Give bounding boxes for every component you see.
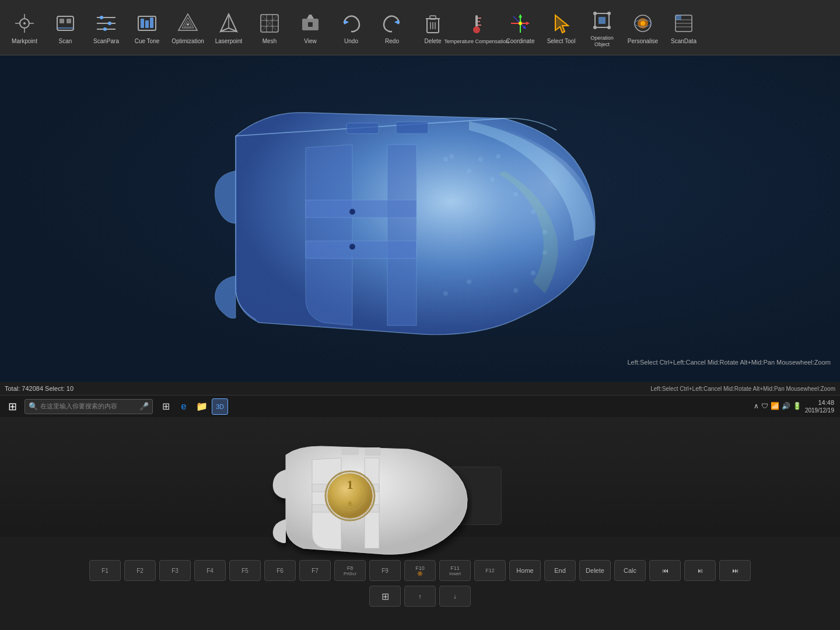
taskbar-task-view[interactable]: ⊞ (158, 398, 174, 415)
tool-personalise[interactable]: Personalise (623, 2, 663, 53)
key-up[interactable]: ↑ (404, 586, 436, 607)
scandata-icon (670, 10, 697, 37)
svg-point-63 (593, 26, 597, 29)
svg-point-67 (640, 21, 645, 26)
taskbar-icon-group: ⊞ e 📁 3D (158, 398, 228, 415)
tool-mesh[interactable]: Mesh (250, 2, 289, 53)
tool-scandata[interactable]: ScanData (664, 2, 704, 53)
svg-rect-74 (346, 123, 379, 134)
key-f11[interactable]: F11 Insert (439, 560, 471, 581)
key-prev-track[interactable]: ⏮ (649, 560, 681, 581)
key-f6[interactable]: F6 (264, 560, 296, 581)
tool-undo[interactable]: Undo (331, 2, 371, 53)
search-icon: 🔍 (29, 402, 38, 411)
tool-selecttool[interactable]: Select Tool (541, 2, 581, 53)
svg-point-90 (496, 154, 501, 159)
scan-object (189, 66, 609, 372)
key-play-pause[interactable]: ⏯ (684, 560, 716, 581)
svg-marker-35 (307, 15, 314, 19)
tool-redo[interactable]: Redo (372, 2, 412, 53)
svg-point-1 (23, 22, 26, 24)
key-home[interactable]: Home (509, 560, 541, 581)
key-f1[interactable]: F1 (89, 560, 121, 581)
tool-cuetone[interactable]: Cue Tone (127, 2, 167, 53)
tool-delete[interactable]: Delete (413, 2, 453, 53)
svg-point-77 (349, 244, 355, 250)
system-tray: ∧ 🛡 📶 🔊 🔋 (754, 402, 802, 410)
svg-marker-53 (526, 22, 530, 25)
taskbar-search[interactable]: 🔍 在这里输入你要搜索的内容 🎤 (24, 399, 153, 414)
svg-marker-37 (344, 20, 349, 24)
key-next-track[interactable]: ⏭ (719, 560, 751, 581)
date: 2019/12/19 (805, 407, 834, 414)
svg-point-62 (607, 12, 611, 15)
taskbar-app-active[interactable]: 3D (212, 398, 228, 415)
svg-point-15 (103, 27, 107, 31)
tool-coordinate[interactable]: Coordinate (501, 2, 540, 53)
tray-expand[interactable]: ∧ (754, 402, 759, 410)
status-left: Total: 742084 Select: 10 (5, 385, 74, 392)
3d-viewport[interactable]: Left:Select Ctrl+Left:Cancel Mid:Rotate … (0, 55, 840, 382)
tool-temp[interactable]: Temperature Compensation (454, 2, 499, 53)
tool-optimization[interactable]: Optimization (168, 2, 208, 53)
key-f3[interactable]: F3 (159, 560, 191, 581)
svg-point-76 (349, 209, 355, 215)
key-f4[interactable]: F4 (194, 560, 226, 581)
markpoint-icon (11, 10, 38, 37)
svg-text:1: 1 (347, 477, 354, 492)
tool-opobject[interactable]: OperationObject (582, 2, 622, 53)
svg-text:元: 元 (348, 501, 352, 506)
svg-rect-92 (341, 448, 359, 455)
time: 14:48 (805, 398, 834, 407)
tool-scan[interactable]: Scan (46, 2, 85, 53)
svg-rect-8 (66, 19, 71, 23)
key-f10[interactable]: F10 🔆 (404, 560, 436, 581)
taskbar: ⊞ 🔍 在这里输入你要搜索的内容 🎤 ⊞ e 📁 3D ∧ 🛡 📶 🔊 🔋 14… (0, 395, 840, 417)
taskbar-ie[interactable]: e (176, 398, 192, 415)
nav-hint: Left:Select Ctrl+Left:Cancel Mid:Rotate … (627, 359, 831, 366)
key-f8[interactable]: F8 PrtScr (334, 560, 366, 581)
svg-point-80 (513, 192, 518, 197)
optimization-icon (174, 10, 201, 37)
search-placeholder: 在这里输入你要搜索的内容 (40, 402, 117, 411)
tray-shield: 🛡 (761, 402, 768, 410)
arrow-key-row: ⊞ ↑ ↓ (369, 586, 471, 607)
svg-point-91 (443, 157, 448, 162)
cuetone-icon (134, 10, 160, 37)
temp-icon (463, 10, 490, 37)
svg-rect-18 (145, 20, 149, 28)
key-f9[interactable]: F9 (369, 560, 401, 581)
tool-laserpoint[interactable]: Laserpoint (209, 2, 249, 53)
key-f2[interactable]: F2 (124, 560, 156, 581)
view-icon (297, 10, 324, 37)
redo-label: Redo (385, 38, 399, 45)
delete-icon (419, 10, 446, 37)
key-f12[interactable]: F12 (474, 560, 506, 581)
opobject-icon (589, 7, 615, 34)
tool-scanpara[interactable]: ScanPara (86, 2, 126, 53)
scanpara-icon (93, 10, 120, 37)
svg-point-64 (607, 26, 611, 29)
key-win[interactable]: ⊞ (369, 586, 401, 607)
svg-point-13 (100, 16, 103, 19)
key-end[interactable]: End (544, 560, 576, 581)
tool-view[interactable]: View (290, 2, 330, 53)
key-calc[interactable]: Calc (614, 560, 646, 581)
status-right: Left:Select Ctrl+Left:Cancel Mid:Rotate … (650, 386, 835, 392)
key-f7[interactable]: F7 (299, 560, 331, 581)
start-button[interactable]: ⊞ (2, 398, 22, 415)
svg-point-89 (443, 291, 448, 296)
tool-markpoint[interactable]: Markpoint (5, 2, 44, 53)
key-down[interactable]: ↓ (439, 586, 471, 607)
tray-network: 📶 (771, 402, 779, 410)
svg-point-87 (449, 154, 454, 159)
personalise-label: Personalise (628, 38, 658, 45)
svg-rect-93 (365, 447, 381, 456)
svg-point-23 (187, 23, 189, 26)
key-f5[interactable]: F5 (229, 560, 261, 581)
key-delete[interactable]: Delete (579, 560, 611, 581)
laserpoint-icon (215, 10, 242, 37)
taskbar-folder[interactable]: 📁 (194, 398, 210, 415)
svg-rect-60 (598, 17, 606, 24)
temp-label: Temperature Compensation (444, 38, 509, 45)
